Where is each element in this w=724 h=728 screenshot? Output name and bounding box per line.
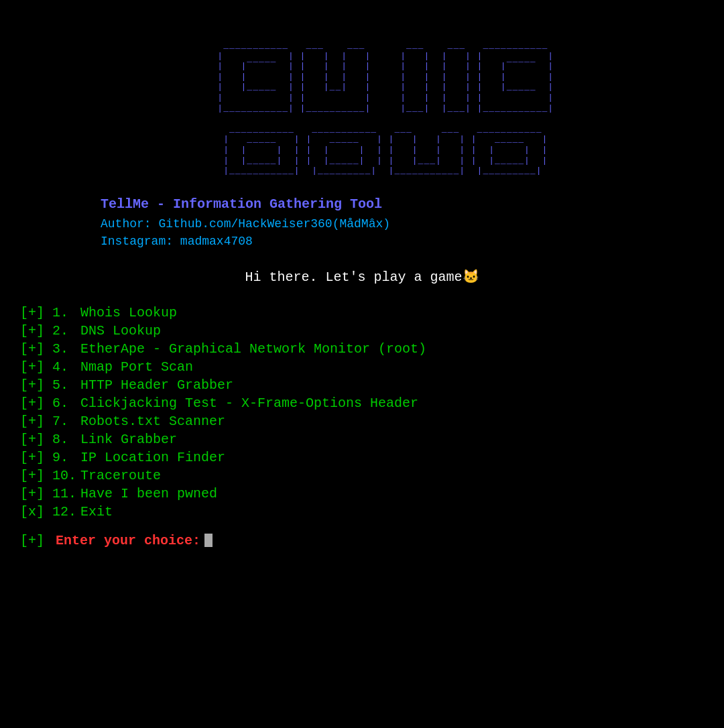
menu-label-3: EtherApe - Graphical Network Monitor (ro… <box>80 341 426 357</box>
prompt-section[interactable]: [+] Enter your choice: <box>13 533 711 548</box>
menu-label-6: Clickjacking Test - X-Frame-Options Head… <box>80 396 418 411</box>
menu-item-11[interactable]: [+] 11. Have I been pwned <box>20 486 704 501</box>
menu-item-2[interactable]: [+] 2. DNS Lookup <box>20 323 704 339</box>
menu-prefix-6: [+] 6. <box>20 396 80 411</box>
greeting-text: Hi there. Let's play a game🐱 <box>13 268 711 285</box>
menu-item-12[interactable]: [x] 12. Exit <box>20 504 704 520</box>
menu-prefix-4: [+] 4. <box>20 359 80 375</box>
instagram-label: Instagram: <box>101 235 180 248</box>
menu-prefix-9: [+] 9. <box>20 450 80 465</box>
ascii-logo: ___________ ___ ___ ___ ___ ___________ … <box>170 40 554 176</box>
cursor-block <box>204 534 213 547</box>
prompt-prefix: [+] <box>20 533 44 548</box>
menu-item-10[interactable]: [+] 10. Traceroute <box>20 468 704 483</box>
menu-label-8: Link Grabber <box>80 432 177 447</box>
menu-item-7[interactable]: [+] 7. Robots.txt Scanner <box>20 414 704 429</box>
menu-item-6[interactable]: [+] 6. Clickjacking Test - X-Frame-Optio… <box>20 396 704 411</box>
menu-label-4: Nmap Port Scan <box>80 359 193 375</box>
menu-item-1[interactable]: [+] 1. Whois Lookup <box>20 305 704 320</box>
menu-label-9: IP Location Finder <box>80 450 225 465</box>
menu-label-7: Robots.txt Scanner <box>80 414 225 429</box>
instagram-line: Instagram: madmax4708 <box>101 235 711 248</box>
menu-label-2: DNS Lookup <box>80 323 161 339</box>
menu-item-3[interactable]: [+] 3. EtherApe - Graphical Network Moni… <box>20 341 704 357</box>
prompt-label: Enter your choice: <box>48 533 200 548</box>
menu-label-11: Have I been pwned <box>80 486 217 501</box>
menu-item-5[interactable]: [+] 5. HTTP Header Grabber <box>20 377 704 393</box>
menu-prefix-1: [+] 1. <box>20 305 80 320</box>
menu-section: [+] 1. Whois Lookup [+] 2. DNS Lookup [+… <box>13 305 711 520</box>
menu-prefix-11: [+] 11. <box>20 486 80 501</box>
instagram-value: madmax4708 <box>180 235 253 248</box>
menu-prefix-2: [+] 2. <box>20 323 80 339</box>
header-info: TellMe - Information Gathering Tool Auth… <box>101 196 711 248</box>
menu-label-10: Traceroute <box>80 468 161 483</box>
menu-prefix-8: [+] 8. <box>20 432 80 447</box>
author-label: Author: <box>101 217 158 231</box>
menu-item-9[interactable]: [+] 9. IP Location Finder <box>20 450 704 465</box>
choice-input[interactable] <box>213 533 233 548</box>
author-value: Github.com/HackWeiser360(MådMâx) <box>158 217 390 231</box>
menu-label-1: Whois Lookup <box>80 305 177 320</box>
menu-prefix-3: [+] 3. <box>20 341 80 357</box>
tool-title: TellMe - Information Gathering Tool <box>101 196 711 212</box>
author-line: Author: Github.com/HackWeiser360(MådMâx) <box>101 217 711 231</box>
menu-prefix-10: [+] 10. <box>20 468 80 483</box>
menu-prefix-12: [x] 12. <box>20 504 80 520</box>
menu-prefix-7: [+] 7. <box>20 414 80 429</box>
menu-item-8[interactable]: [+] 8. Link Grabber <box>20 432 704 447</box>
logo-section: ___________ ___ ___ ___ ___ ___________ … <box>13 40 711 176</box>
menu-item-4[interactable]: [+] 4. Nmap Port Scan <box>20 359 704 375</box>
menu-prefix-5: [+] 5. <box>20 377 80 393</box>
menu-label-5: HTTP Header Grabber <box>80 377 233 393</box>
menu-label-12: Exit <box>80 504 113 520</box>
